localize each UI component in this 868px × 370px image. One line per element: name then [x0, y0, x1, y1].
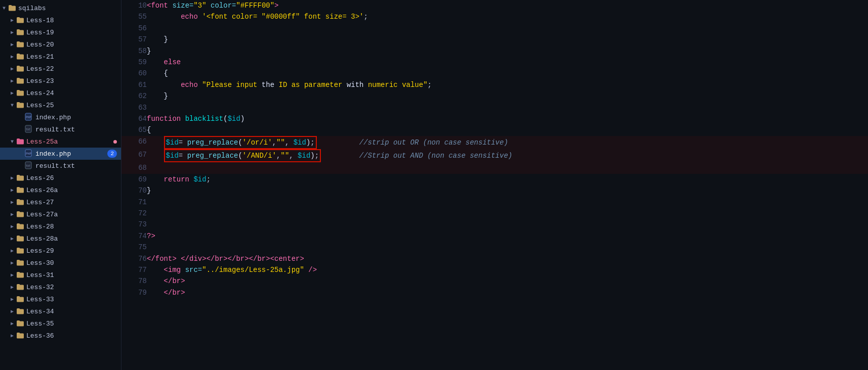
code-content: <font size="3" color="#FFFF00">	[147, 0, 868, 11]
line-number: 74	[121, 230, 147, 242]
chevron-right-icon[interactable]: ▶	[8, 296, 16, 302]
line-number: 71	[121, 197, 147, 208]
file-explorer[interactable]: ▼sqilabs▶Less-18▶Less-19▶Less-20▶Less-21…	[0, 0, 121, 370]
line-number: 59	[121, 57, 147, 68]
code-line-69: 69 return $id;	[121, 174, 868, 185]
folder-icon	[16, 16, 24, 24]
code-line-66: 66 $id= preg_replace('/or/i',"", $id); /…	[121, 136, 868, 149]
folder-icon	[16, 89, 24, 97]
sidebar-item-less-25[interactable]: ▼Less-25	[0, 99, 121, 111]
sidebar-item-less-22[interactable]: ▶Less-22	[0, 63, 121, 75]
chevron-right-icon[interactable]: ▶	[8, 78, 16, 84]
code-content	[147, 208, 868, 219]
sidebar-item-less-35[interactable]: ▶Less-35	[0, 317, 121, 330]
sidebar-item-less-25a-result[interactable]: TXTresult.txt	[0, 160, 121, 172]
code-line-79: 79 </br>	[121, 287, 868, 298]
chevron-right-icon[interactable]: ▶	[8, 223, 16, 229]
chevron-right-icon[interactable]: ▶	[8, 260, 16, 266]
chevron-right-icon[interactable]: ▶	[8, 199, 16, 205]
folder-icon	[16, 271, 24, 279]
chevron-right-icon[interactable]: ▶	[8, 187, 16, 193]
chevron-right-icon[interactable]: ▶	[8, 333, 16, 339]
folder-icon	[16, 235, 24, 243]
chevron-down-icon[interactable]: ▼	[8, 103, 16, 108]
chevron-right-icon[interactable]: ▶	[8, 236, 16, 242]
code-content: }	[147, 185, 868, 196]
sidebar-item-label: Less-20	[26, 41, 54, 49]
sidebar-item-less-32[interactable]: ▶Less-32	[0, 281, 121, 293]
svg-text:TXT: TXT	[26, 164, 30, 167]
sidebar-item-label: result.txt	[35, 126, 75, 133]
folder-icon	[16, 137, 24, 146]
sidebar-item-less-25a-index[interactable]: PHPindex.php2	[0, 148, 121, 160]
sidebar-item-less-29[interactable]: ▶Less-29	[0, 245, 121, 257]
sidebar-item-less-34[interactable]: ▶Less-34	[0, 305, 121, 317]
chevron-right-icon[interactable]: ▶	[8, 284, 16, 290]
code-content	[147, 197, 868, 208]
chevron-right-icon[interactable]: ▶	[8, 29, 16, 35]
sidebar-item-label: Less-24	[26, 89, 54, 97]
code-line-75: 75	[121, 242, 868, 253]
sidebar-item-less-27[interactable]: ▶Less-27	[0, 196, 121, 208]
code-content: echo "Please input the ID as parameter w…	[147, 79, 868, 90]
code-content: }	[147, 34, 868, 45]
sidebar-item-less-23[interactable]: ▶Less-23	[0, 75, 121, 87]
sidebar-item-less-25-index[interactable]: PHPindex.php	[0, 111, 121, 123]
sidebar-item-less-20[interactable]: ▶Less-20	[0, 38, 121, 51]
txt-file-icon: TXT	[24, 161, 33, 171]
chevron-right-icon[interactable]: ▶	[8, 308, 16, 314]
chevron-right-icon[interactable]: ▶	[8, 211, 16, 217]
sidebar-item-less-19[interactable]: ▶Less-19	[0, 26, 121, 38]
folder-icon	[16, 259, 24, 267]
sidebar-item-label: Less-23	[26, 77, 54, 85]
chevron-right-icon[interactable]: ▶	[8, 41, 16, 48]
code-line-68: 68	[121, 162, 868, 173]
code-content: ?>	[147, 230, 868, 242]
sidebar-item-less-21[interactable]: ▶Less-21	[0, 51, 121, 63]
sidebar-item-less-24[interactable]: ▶Less-24	[0, 87, 121, 99]
folder-icon	[16, 283, 24, 291]
sidebar-item-less-28a[interactable]: ▶Less-28a	[0, 233, 121, 245]
line-number: 60	[121, 68, 147, 79]
chevron-down-icon[interactable]: ▼	[8, 139, 16, 145]
sidebar-item-less-31[interactable]: ▶Less-31	[0, 269, 121, 281]
code-content: function blacklist($id)	[147, 113, 868, 124]
code-content: </br>	[147, 275, 868, 287]
code-line-64: 64function blacklist($id)	[121, 113, 868, 124]
sidebar-item-less-26[interactable]: ▶Less-26	[0, 172, 121, 184]
line-number: 10	[121, 0, 147, 11]
sidebar-item-less-28[interactable]: ▶Less-28	[0, 220, 121, 233]
code-content: return $id;	[147, 174, 868, 185]
sidebar-item-less-30[interactable]: ▶Less-30	[0, 257, 121, 269]
code-editor: 10<font size="3" color="#FFFF00">55 echo…	[121, 0, 868, 370]
code-line-73: 73	[121, 219, 868, 230]
chevron-right-icon[interactable]: ▶	[8, 320, 16, 327]
chevron-right-icon[interactable]: ▶	[8, 54, 16, 60]
chevron-right-icon[interactable]: ▶	[8, 90, 16, 96]
txt-file-icon: TXT	[24, 125, 33, 134]
line-number: 63	[121, 102, 147, 113]
sidebar-item-label: Less-26a	[26, 187, 58, 194]
chevron-right-icon[interactable]: ▶	[8, 175, 16, 181]
code-line-72: 72	[121, 208, 868, 219]
sidebar-item-less-25-result[interactable]: TXTresult.txt	[0, 123, 121, 135]
sidebar-item-less-27a[interactable]: ▶Less-27a	[0, 208, 121, 220]
chevron-right-icon[interactable]: ▶	[8, 272, 16, 278]
sidebar-item-less-25a[interactable]: ▼Less-25a	[0, 135, 121, 148]
code-content: echo '<font color= "#0000ff" font size= …	[147, 11, 868, 22]
code-line-62: 62 }	[121, 90, 868, 102]
chevron-right-icon[interactable]: ▶	[8, 17, 16, 23]
sidebar-item-label: Less-19	[26, 29, 54, 36]
sidebar-item-sqilabs[interactable]: ▼sqilabs	[0, 2, 121, 14]
line-number: 72	[121, 208, 147, 219]
sidebar-item-less-18[interactable]: ▶Less-18	[0, 14, 121, 26]
sidebar-item-label: index.php	[35, 150, 71, 158]
sidebar-item-less-33[interactable]: ▶Less-33	[0, 293, 121, 305]
chevron-right-icon[interactable]: ▶	[8, 248, 16, 254]
sidebar-item-less-36[interactable]: ▶Less-36	[0, 330, 121, 342]
chevron-right-icon[interactable]: ▶	[8, 66, 16, 72]
line-number: 73	[121, 219, 147, 230]
chevron-down-icon[interactable]: ▼	[0, 6, 8, 11]
line-number: 57	[121, 34, 147, 45]
sidebar-item-less-26a[interactable]: ▶Less-26a	[0, 184, 121, 196]
